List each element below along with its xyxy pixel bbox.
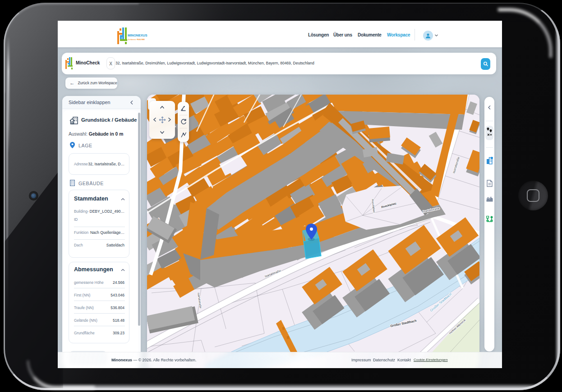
svg-text:MINONEXUS: MINONEXUS	[128, 33, 147, 37]
svg-text:Lebens·RÄUME: Lebens·RÄUME	[128, 38, 145, 41]
